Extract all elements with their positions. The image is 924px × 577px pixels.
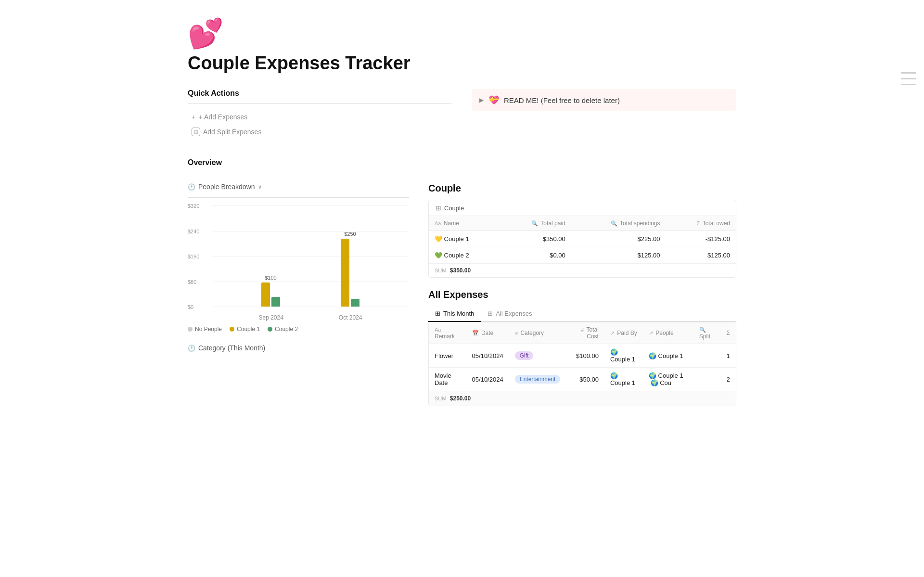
tab-this-month[interactable]: ⊞ This Month xyxy=(428,306,481,322)
callout-box: ▶ 💝 READ ME! (Feel free to delete later) xyxy=(472,89,736,111)
legend-no-people-label: No People xyxy=(195,326,222,333)
col-total-paid: 🔍 Total paid xyxy=(500,216,571,231)
couple-section-title: Couple xyxy=(428,183,736,194)
callout-emoji: 💝 xyxy=(488,95,499,105)
chart-legend: No People Couple 1 Couple 2 xyxy=(188,326,409,333)
bar-value-oct: $250 xyxy=(344,231,356,237)
bar-group-sep: $100 xyxy=(261,275,280,307)
col-category: ≡ Category xyxy=(509,322,566,344)
expense-remark-movie: Movie Date xyxy=(429,368,466,391)
expense-sigma-flower: 1 xyxy=(721,344,736,368)
bar-oct-couple2 xyxy=(351,299,359,307)
couple-sum-row: SUM $350.00 xyxy=(429,264,736,278)
col-split: 🔍 Split xyxy=(693,322,721,344)
callout-text: READ ME! (Feel free to delete later) xyxy=(504,96,620,104)
quick-actions-panel: Quick Actions + + Add Expenses ⊞ Add Spl… xyxy=(188,89,452,141)
col-name: Aa Name xyxy=(429,216,500,231)
page-title: Couple Expenses Tracker xyxy=(188,53,736,74)
col-total-cost: # Total Cost xyxy=(566,322,604,344)
couple-table-container: ⊞ Couple Aa Name 🔍 Total paid xyxy=(428,200,736,278)
bars-container: $100 $250 xyxy=(212,205,409,307)
couple2-spendings: $125.00 xyxy=(571,247,666,264)
add-expenses-button[interactable]: + + Add Expenses xyxy=(188,111,251,123)
grid-label-0: $0 xyxy=(188,304,193,310)
scroll-line-2 xyxy=(901,78,916,79)
scroll-line-1 xyxy=(901,72,916,74)
scroll-line-3 xyxy=(901,84,916,85)
page-container: 💕 Couple Expenses Tracker Quick Actions … xyxy=(149,0,775,435)
col-total-spendings: 🔍 Total spendings xyxy=(571,216,666,231)
bar-value-sep: $100 xyxy=(265,275,276,281)
expense-sigma-movie: 2 xyxy=(721,368,736,391)
expense-category-movie: Entertainment xyxy=(509,368,566,391)
couple1-owed: -$125.00 xyxy=(666,231,736,247)
split-icon: ⊞ xyxy=(192,128,200,136)
bar-oct-couple1 xyxy=(341,239,349,307)
category-toggle[interactable]: 🕐 Category (This Month) xyxy=(188,344,409,352)
expense-paidby-movie: 🌍 Couple 1 xyxy=(604,368,643,391)
table-row: Flower 05/10/2024 Gift $100.00 🌍 Couple … xyxy=(429,344,736,368)
couple2-name: 💚 Couple 2 xyxy=(429,247,500,264)
couple-sum-label: SUM $350.00 xyxy=(429,264,571,278)
grid-label-320: $320 xyxy=(188,203,199,209)
couple1-name: 💛 Couple 1 xyxy=(429,231,500,247)
expense-remark-flower: Flower xyxy=(429,344,466,368)
couple2-paid: $0.00 xyxy=(500,247,571,264)
bar-chart: $320 $240 $160 $80 $0 xyxy=(188,205,409,321)
table-icon: ⊞ xyxy=(436,204,441,212)
clock-icon: 🕐 xyxy=(188,183,195,191)
overview-divider xyxy=(188,173,736,173)
couple-table-header: ⊞ Couple xyxy=(429,200,736,216)
right-panel: Couple ⊞ Couple Aa Name xyxy=(428,183,736,406)
tab-this-month-label: This Month xyxy=(443,310,474,317)
couple-section: Couple ⊞ Couple Aa Name xyxy=(428,183,736,278)
couple1-paid: $350.00 xyxy=(500,231,571,247)
expense-date-flower: 05/10/2024 xyxy=(466,344,509,368)
expenses-sum-value: $250.00 xyxy=(450,395,471,402)
legend-couple2: Couple 2 xyxy=(268,326,298,333)
col-remark: Aa Remark xyxy=(429,322,466,344)
tabs-row: ⊞ This Month ⊞ All Expenses xyxy=(428,306,736,322)
page-icon: 💕 xyxy=(188,19,736,48)
grid-label-80: $80 xyxy=(188,279,196,285)
entertainment-badge: Entertainment xyxy=(515,375,561,384)
expense-paidby-flower: 🌍 Couple 1 xyxy=(604,344,643,368)
couple-table: Aa Name 🔍 Total paid 🔍 Total spendings xyxy=(429,216,736,277)
add-split-expenses-button[interactable]: ⊞ Add Split Expenses xyxy=(188,126,265,138)
all-expenses-title: All Expenses xyxy=(428,289,736,300)
quick-actions-divider xyxy=(188,103,452,104)
add-expenses-label: + Add Expenses xyxy=(199,113,248,121)
category-section: 🕐 Category (This Month) xyxy=(188,344,409,352)
quick-actions-label: Quick Actions xyxy=(188,89,452,98)
gift-badge: Gift xyxy=(515,351,534,360)
expense-split-movie xyxy=(693,368,721,391)
expense-split-flower xyxy=(693,344,721,368)
bar-group-oct: $250 xyxy=(341,231,359,307)
category-label: Category (This Month) xyxy=(198,344,265,352)
table-row: Movie Date 05/10/2024 Entertainment $50.… xyxy=(429,368,736,391)
expense-cost-flower: $100.00 xyxy=(566,344,604,368)
legend-couple1-label: Couple 1 xyxy=(237,326,260,333)
scrollbar-indicator xyxy=(901,72,916,85)
chevron-down-icon: ∨ xyxy=(258,184,262,190)
overview-label: Overview xyxy=(188,158,736,167)
people-breakdown-toggle[interactable]: 🕐 People Breakdown ∨ xyxy=(188,183,409,191)
expenses-table: Aa Remark 📅 Date ≡ Category # Total Cost… xyxy=(429,322,736,391)
table-icon-tab: ⊞ xyxy=(435,310,440,317)
expense-category-flower: Gift xyxy=(509,344,566,368)
tab-all-expenses[interactable]: ⊞ All Expenses xyxy=(481,306,539,322)
x-labels: Sep 2024 Oct 2024 xyxy=(212,314,409,321)
plus-icon: + xyxy=(192,113,196,121)
legend-no-people: No People xyxy=(188,326,222,333)
callout-toggle[interactable]: ▶ xyxy=(479,97,484,103)
bars-wrap-sep xyxy=(261,282,280,307)
col-paid-by: ↗ Paid By xyxy=(604,322,643,344)
col-sigma: Σ xyxy=(721,322,736,344)
bar-sep-couple1 xyxy=(261,282,270,307)
grid-label-160: $160 xyxy=(188,254,199,259)
chart-divider xyxy=(188,197,409,198)
tab-all-expenses-label: All Expenses xyxy=(496,310,532,317)
overview-section: Overview 🕐 People Breakdown ∨ $32 xyxy=(188,158,736,406)
bar-sep-couple2 xyxy=(271,297,280,307)
col-total-owed: Σ Total owed xyxy=(666,216,736,231)
